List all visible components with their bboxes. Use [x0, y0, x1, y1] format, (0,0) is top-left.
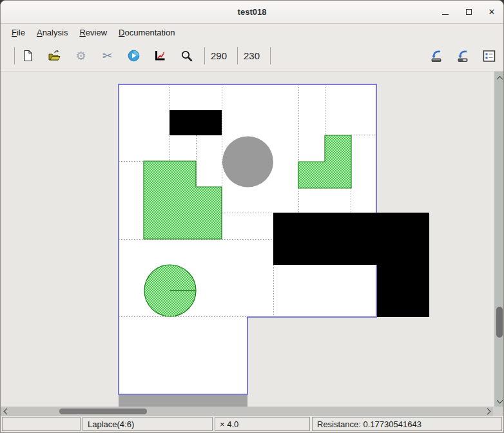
- chevron-left-icon: [3, 409, 10, 415]
- toolbar-separator: [204, 47, 205, 64]
- gray-circle: [222, 137, 273, 188]
- minimize-icon: [442, 14, 449, 15]
- scroll-left-button[interactable]: [1, 407, 12, 416]
- new-file-button[interactable]: [21, 49, 35, 63]
- export-alt-icon: [456, 50, 469, 63]
- maximize-icon: [466, 9, 472, 15]
- status-cell-empty: [2, 417, 81, 431]
- cut-scissors-icon: ✂: [102, 50, 113, 62]
- settings-gear-icon: ⚙: [75, 50, 86, 62]
- menu-file[interactable]: File: [6, 26, 31, 39]
- scroll-down-button[interactable]: [494, 395, 504, 405]
- export-button[interactable]: [429, 49, 443, 63]
- chevron-down-icon: [496, 397, 503, 403]
- run-button[interactable]: [127, 49, 141, 63]
- statusbar: Laplace(4:6) × 4.0 Resistance: 0.1773054…: [1, 416, 503, 432]
- horizontal-scroll-track[interactable]: [12, 407, 481, 416]
- menu-documentation[interactable]: Documentation: [113, 26, 180, 39]
- status-cell-solver: Laplace(4:6): [82, 417, 213, 431]
- window-title: test018: [238, 7, 267, 17]
- black-rect-conductor: [170, 110, 222, 135]
- height-field[interactable]: 230: [244, 50, 264, 61]
- horizontal-scrollbar[interactable]: [1, 407, 503, 416]
- toolbar: ⚙ ✂ 290 230: [1, 41, 503, 72]
- plot-icon: [154, 50, 166, 62]
- open-file-button[interactable]: [48, 49, 61, 63]
- chevron-up-icon: [496, 75, 503, 82]
- main-area: [1, 72, 503, 407]
- titlebar: test018 ✕: [1, 1, 503, 24]
- scrollbar-corner: [493, 407, 503, 416]
- chevron-right-icon: [484, 409, 490, 415]
- close-button[interactable]: ✕: [484, 5, 499, 20]
- toolbar-right-group: [429, 49, 496, 63]
- sheet-shadow: [119, 395, 247, 407]
- plot-button[interactable]: [153, 49, 167, 63]
- canvas-area: [1, 72, 494, 407]
- vertical-scrollbar[interactable]: [494, 72, 504, 407]
- zoom-icon: [180, 50, 193, 63]
- status-cell-scale: × 4.0: [215, 417, 310, 431]
- status-cell-resistance: Resistance: 0.17730541643: [312, 417, 502, 431]
- horizontal-scroll-thumb[interactable]: [59, 409, 147, 414]
- close-icon: ✕: [489, 8, 496, 16]
- scroll-right-button[interactable]: [481, 407, 493, 416]
- menubar: File Analysis Review Documentation: [1, 24, 503, 41]
- maximize-button[interactable]: [461, 5, 476, 20]
- zoom-button[interactable]: [180, 49, 193, 63]
- export-alt-button[interactable]: [456, 49, 469, 63]
- report-button[interactable]: [482, 49, 496, 63]
- open-file-icon: [48, 50, 61, 62]
- new-file-icon: [22, 50, 34, 62]
- toolbar-separator: [237, 47, 238, 64]
- design-canvas[interactable]: [1, 72, 494, 408]
- menu-analysis[interactable]: Analysis: [31, 26, 73, 39]
- app-window: test018 ✕ File Analysis Review Documenta…: [0, 0, 504, 433]
- vertical-scroll-thumb[interactable]: [496, 307, 503, 338]
- export-icon: [430, 50, 443, 63]
- report-icon: [483, 50, 496, 63]
- window-controls: ✕: [438, 1, 499, 23]
- toolbar-separator: [270, 47, 271, 64]
- menu-review[interactable]: Review: [73, 26, 113, 39]
- settings-button[interactable]: ⚙: [74, 49, 88, 63]
- scroll-up-button[interactable]: [494, 73, 504, 83]
- cut-button[interactable]: ✂: [101, 49, 114, 63]
- run-icon: [128, 50, 140, 62]
- width-field[interactable]: 290: [211, 50, 231, 61]
- toolbar-separator: [14, 47, 15, 64]
- minimize-button[interactable]: [438, 5, 453, 20]
